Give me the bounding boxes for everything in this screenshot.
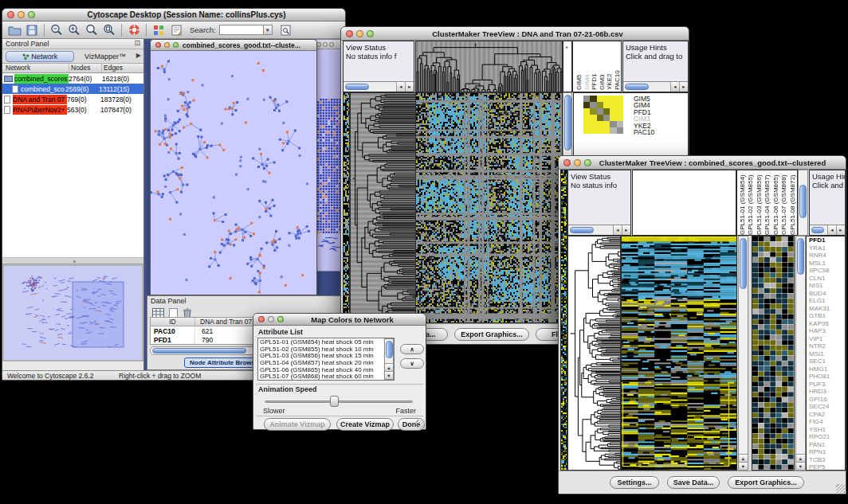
- scroll-left-icon[interactable]: ◂: [827, 225, 836, 235]
- node-attribute-browser-tab[interactable]: Node Attribute Brows: [184, 357, 261, 368]
- column-header-nodes[interactable]: Nodes: [69, 64, 102, 72]
- gene-label[interactable]: RPN1: [807, 448, 845, 456]
- gene-label[interactable]: YRA1: [807, 244, 845, 252]
- birdseye-canvas[interactable]: [4, 266, 139, 357]
- close-icon[interactable]: [563, 159, 571, 166]
- tv2-global-overview-strip[interactable]: [560, 170, 567, 471]
- scroll-down-icon[interactable]: ▾: [796, 462, 805, 470]
- gene-label[interactable]: NIS1: [807, 282, 845, 290]
- vizmap-grid-icon[interactable]: [150, 22, 167, 38]
- minimize-icon[interactable]: [356, 30, 363, 37]
- close-icon[interactable]: [155, 42, 161, 48]
- gene-label[interactable]: VIP1: [807, 335, 845, 343]
- float-panel-icon[interactable]: ⊡: [134, 39, 140, 47]
- gene-label[interactable]: MAK31: [807, 305, 845, 313]
- settings-button[interactable]: Settings...: [610, 476, 659, 489]
- help-lifesaver-icon[interactable]: [125, 22, 143, 38]
- gene-label[interactable]: GPI16: [807, 396, 845, 404]
- gene-label[interactable]: CPA2: [807, 411, 845, 419]
- gene-label[interactable]: HRD3: [807, 388, 845, 396]
- scrollbar-thumb[interactable]: [152, 348, 246, 354]
- scroll-right-icon[interactable]: ▸: [622, 225, 630, 235]
- column-label[interactable]: GPL51-01 (GSM854): [739, 170, 747, 235]
- scrollbar-thumb[interactable]: [570, 227, 594, 233]
- tv2-heatmap-vscrollbar[interactable]: ▴▾: [738, 236, 748, 471]
- minimize-icon[interactable]: [323, 42, 328, 47]
- column-label[interactable]: GIM5: [575, 41, 583, 90]
- gene-label[interactable]: KAP95: [807, 320, 845, 328]
- tv2-heatmap[interactable]: [621, 236, 737, 471]
- column-header-edges[interactable]: Edges: [102, 64, 143, 72]
- zoom-in-button[interactable]: [65, 22, 83, 38]
- search-input[interactable]: [219, 25, 264, 35]
- similarity-matrix[interactable]: [583, 96, 623, 134]
- tv2-column-dendrogram[interactable]: [632, 170, 736, 236]
- gene-label[interactable]: HMG1: [807, 365, 845, 373]
- gene-label[interactable]: ELG1: [807, 297, 845, 305]
- animate-vizmap-button[interactable]: Animate Vizmap: [264, 418, 331, 431]
- gene-label[interactable]: NTR2: [807, 342, 845, 350]
- search-dropdown-arrow-icon[interactable]: ▼: [264, 25, 273, 35]
- gene-label[interactable]: GTB1: [807, 312, 845, 320]
- column-header-network[interactable]: Network: [2, 64, 69, 72]
- tv1-row-dendrogram[interactable]: [350, 92, 416, 323]
- attribute-list-item[interactable]: GPL51-07 (GSM868) heat shock 60 min: [258, 373, 394, 381]
- close-icon[interactable]: [346, 30, 353, 37]
- scrollbar-thumb[interactable]: [740, 238, 747, 289]
- network-list-row[interactable]: combined_scores2764(0)16218(0): [2, 73, 143, 84]
- minimize-icon[interactable]: [574, 159, 581, 166]
- column-label[interactable]: GPL51-03 (GSM856): [756, 170, 764, 235]
- column-label[interactable]: YKE2: [606, 41, 614, 90]
- gene-label[interactable]: MSL1: [807, 260, 845, 268]
- zoom-out-button[interactable]: [48, 22, 65, 38]
- gene-label[interactable]: YSH1: [807, 426, 845, 434]
- gene-label[interactable]: CLN1: [807, 275, 845, 283]
- network-view-canvas[interactable]: [151, 51, 316, 295]
- scroll-left-icon[interactable]: ◂: [670, 82, 679, 92]
- network-list-row[interactable]: DNA and Tran 07769(0)183728(0): [2, 94, 143, 104]
- gene-label[interactable]: PFD1: [807, 236, 845, 244]
- gene-label[interactable]: PEP5: [807, 463, 845, 471]
- export-graphics-button[interactable]: Export Graphics...: [454, 328, 529, 341]
- tv2-zoom-vscrollbar[interactable]: ▴▾: [795, 236, 806, 471]
- gene-label[interactable]: PHO81: [807, 373, 845, 381]
- zoom-selected-button[interactable]: [100, 22, 118, 38]
- create-vizmap-button[interactable]: Create Vizmap: [336, 418, 394, 431]
- resize-grip[interactable]: [836, 484, 845, 493]
- tv1-column-dendrogram[interactable]: [415, 41, 563, 92]
- network-list-row[interactable]: combined_sco2569(6)13112(15): [2, 84, 143, 94]
- column-label[interactable]: GIM3: [599, 41, 607, 90]
- minimize-icon[interactable]: [18, 11, 25, 18]
- tv2-status-hscrollbar[interactable]: ◂▸: [568, 225, 630, 235]
- tab-network[interactable]: Network: [6, 51, 74, 62]
- network-report-icon[interactable]: [277, 22, 295, 38]
- gene-label[interactable]: MSI1: [807, 350, 845, 358]
- close-icon[interactable]: [7, 11, 14, 18]
- move-up-button[interactable]: ∧: [400, 344, 424, 354]
- gene-label[interactable]: PAN1: [807, 441, 845, 449]
- save-button[interactable]: [23, 22, 41, 38]
- scroll-down-icon[interactable]: ▾: [739, 462, 748, 470]
- scroll-left-icon[interactable]: ◂: [613, 225, 622, 235]
- scroll-up-icon[interactable]: ▴: [739, 454, 748, 462]
- gene-label[interactable]: PUF3: [807, 381, 845, 389]
- panel-divider[interactable]: [2, 258, 143, 264]
- speed-slider-thumb[interactable]: [330, 396, 339, 407]
- tab-vizmapper[interactable]: VizMapper™: [77, 51, 133, 62]
- data-column-id[interactable]: ID: [151, 318, 195, 326]
- gene-label[interactable]: RNR4: [807, 252, 845, 260]
- gene-label[interactable]: FIG4: [807, 418, 845, 426]
- column-label[interactable]: GPL51-07 (GSM868): [780, 170, 788, 235]
- open-file-button[interactable]: [6, 22, 23, 38]
- tv2-zoom-view[interactable]: [752, 236, 795, 471]
- tv2-row-dendrogram[interactable]: [567, 236, 621, 471]
- close-icon[interactable]: [258, 316, 265, 322]
- scrollbar-thumb[interactable]: [811, 227, 824, 233]
- column-label[interactable]: PAC10: [614, 41, 622, 90]
- cytoscape-titlebar[interactable]: Cytoscape Desktop (Session Name: collins…: [2, 9, 345, 21]
- scrollbar-thumb[interactable]: [345, 84, 369, 90]
- minimize-icon[interactable]: [164, 42, 170, 48]
- expand-arrow-icon[interactable]: ▸: [566, 44, 568, 49]
- tv1-status-hscrollbar[interactable]: ◂▸: [344, 81, 414, 92]
- dialog-titlebar[interactable]: Map Colors to Network: [253, 314, 426, 326]
